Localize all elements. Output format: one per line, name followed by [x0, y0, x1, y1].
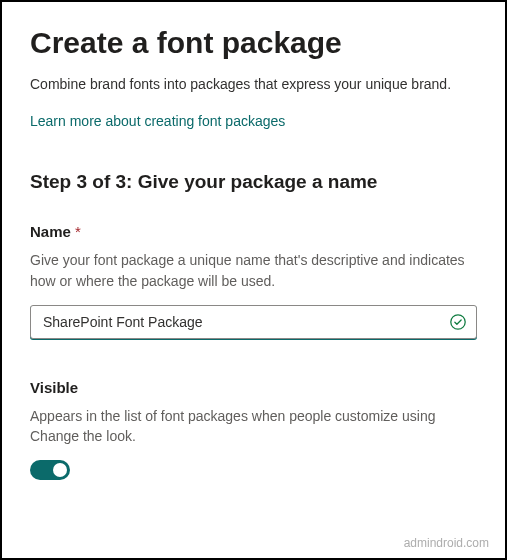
- name-input-wrapper: [30, 305, 477, 339]
- step-heading: Step 3 of 3: Give your package a name: [30, 171, 477, 193]
- checkmark-circle-icon: [449, 313, 467, 331]
- watermark-text: admindroid.com: [404, 536, 489, 550]
- name-label-text: Name: [30, 223, 71, 240]
- name-field-description: Give your font package a unique name tha…: [30, 250, 477, 291]
- visible-field-description: Appears in the list of font packages whe…: [30, 406, 477, 447]
- visible-toggle[interactable]: [30, 460, 70, 480]
- name-field-label: Name *: [30, 223, 477, 240]
- learn-more-link[interactable]: Learn more about creating font packages: [30, 113, 285, 129]
- name-input[interactable]: [30, 305, 477, 339]
- page-title: Create a font package: [30, 26, 477, 60]
- svg-point-0: [451, 315, 465, 329]
- required-indicator: *: [75, 223, 81, 240]
- visible-field-label: Visible: [30, 379, 477, 396]
- page-subtitle: Combine brand fonts into packages that e…: [30, 74, 477, 94]
- toggle-knob: [53, 463, 67, 477]
